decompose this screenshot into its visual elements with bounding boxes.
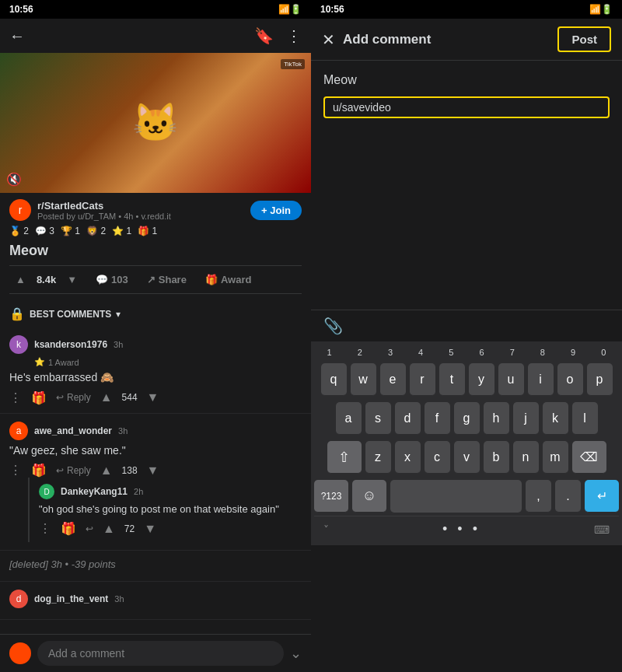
comment-1-award: ⭐ 1 Award [34, 357, 302, 367]
key-y[interactable]: y [469, 363, 494, 396]
collapse-icon[interactable]: ⌄ [290, 645, 302, 662]
key-t[interactable]: t [439, 363, 465, 396]
return-key[interactable]: ↵ [585, 480, 619, 513]
comment-deleted-header: [deleted] 3h • -39 points [9, 558, 302, 570]
delete-key[interactable]: ⌫ [572, 441, 606, 474]
key-v[interactable]: v [454, 441, 480, 474]
more-options-icon[interactable]: ⋮ [286, 26, 302, 45]
key-1[interactable]: 1 [316, 348, 343, 357]
bookmark-icon[interactable]: 🔖 [254, 26, 274, 45]
comment-1-username[interactable]: ksanderson1976 [34, 339, 107, 350]
comment-editor[interactable]: Meow u/savevideo [311, 61, 622, 310]
key-h[interactable]: h [484, 402, 509, 435]
key-u[interactable]: u [498, 363, 524, 396]
deleted-comment-label: [deleted] 3h • -39 points [9, 558, 116, 570]
nested-comment-1-gift-icon[interactable]: 🎁 [61, 521, 76, 536]
shift-key[interactable]: ⇧ [327, 441, 362, 474]
key-q[interactable]: q [321, 363, 347, 396]
key-w[interactable]: w [351, 363, 376, 396]
back-icon[interactable]: ← [9, 27, 25, 45]
key-k[interactable]: k [543, 402, 568, 435]
subreddit-name[interactable]: r/StartledCats [37, 200, 171, 212]
upvote-button[interactable]: ▲ [9, 269, 32, 290]
comment-1-upvote[interactable]: ▲ [100, 390, 113, 404]
key-a[interactable]: a [336, 402, 362, 435]
key-d[interactable]: d [395, 402, 421, 435]
status-icons-right: 📶🔋 [589, 4, 613, 15]
award-button[interactable]: 🎁 Award [199, 269, 258, 290]
nested-comment-1-more-icon[interactable]: ⋮ [39, 521, 51, 536]
key-p[interactable]: p [587, 363, 613, 396]
downvote-button[interactable]: ▼ [61, 269, 83, 290]
comment-4-username[interactable]: dog_in_the_vent [34, 593, 108, 604]
key-3[interactable]: 3 [377, 348, 404, 357]
key-r[interactable]: r [410, 363, 435, 396]
comment-2-more-icon[interactable]: ⋮ [9, 463, 22, 478]
status-bar-right: 10:56 📶🔋 [311, 0, 622, 19]
key-e[interactable]: e [380, 363, 406, 396]
emoji-key[interactable]: ☺ [352, 480, 386, 513]
nested-comment-1-upvote[interactable]: ▲ [103, 522, 115, 536]
comments-area[interactable]: k ksanderson1976 3h ⭐ 1 Award He's embar… [0, 327, 311, 672]
comment-1-gift-icon[interactable]: 🎁 [31, 390, 47, 405]
comment-2-gift-icon[interactable]: 🎁 [31, 463, 47, 478]
key-m[interactable]: m [543, 441, 568, 474]
reply-arrow-icon-2: ↩ [56, 465, 64, 476]
key-s[interactable]: s [365, 402, 391, 435]
video-container[interactable]: 🐱 TikTok 🔇 [0, 53, 311, 193]
comma-key[interactable]: , [526, 480, 551, 513]
nested-comment-1-downvote[interactable]: ▼ [144, 522, 156, 536]
mute-icon[interactable]: 🔇 [6, 172, 22, 187]
nested-comment-1-username[interactable]: DankeyKang11 [61, 486, 128, 497]
comment-1-downvote[interactable]: ▼ [147, 390, 159, 404]
chevron-down-icon[interactable]: ▾ [116, 309, 121, 320]
key-i[interactable]: i [528, 363, 554, 396]
reply-button-2[interactable]: ↩ Reply [56, 465, 91, 476]
award-item-4: 🦁 2 [86, 226, 106, 236]
key-b[interactable]: b [484, 441, 509, 474]
comment-input[interactable]: Add a comment [37, 641, 284, 666]
key-2[interactable]: 2 [347, 348, 373, 357]
key-j[interactable]: j [513, 402, 539, 435]
comment-1-more-icon[interactable]: ⋮ [9, 390, 22, 405]
comment-2-username[interactable]: awe_and_wonder [34, 425, 112, 436]
share-button[interactable]: ↗ Share [141, 269, 193, 290]
key-4[interactable]: 4 [407, 348, 434, 357]
reply-button-1[interactable]: ↩ Reply [56, 392, 91, 403]
key-0[interactable]: 0 [590, 348, 617, 357]
comment-2-downvote[interactable]: ▼ [147, 464, 159, 478]
right-panel: 10:56 📶🔋 ✕ Add comment Post Meow u/savev… [311, 0, 622, 672]
join-button[interactable]: + Join [250, 201, 302, 220]
space-key[interactable] [390, 480, 522, 513]
key-l[interactable]: l [572, 402, 598, 435]
close-button[interactable]: ✕ [322, 30, 335, 49]
username-tag[interactable]: u/savevideo [323, 96, 610, 118]
key-8[interactable]: 8 [529, 348, 556, 357]
post-button[interactable]: Post [557, 26, 611, 52]
comments-button[interactable]: 💬 103 [89, 269, 135, 290]
key-c[interactable]: c [425, 441, 450, 474]
status-bar-left: 10:56 📶🔋 [0, 0, 311, 19]
key-6[interactable]: 6 [469, 348, 495, 357]
key-g[interactable]: g [454, 402, 480, 435]
nested-reply-button[interactable]: ↩ [86, 523, 93, 534]
key-f[interactable]: f [425, 402, 450, 435]
key-9[interactable]: 9 [560, 348, 586, 357]
key-5[interactable]: 5 [438, 348, 464, 357]
keyboard-chevron-down[interactable]: ˅ [323, 523, 329, 536]
subreddit-avatar: r [9, 199, 31, 221]
attachment-icon[interactable]: 📎 [323, 317, 343, 335]
time-left: 10:56 [9, 4, 33, 15]
special-key[interactable]: ?123 [314, 480, 348, 513]
key-7[interactable]: 7 [499, 348, 526, 357]
key-z[interactable]: z [365, 441, 391, 474]
sort-label[interactable]: BEST COMMENTS [30, 309, 111, 320]
vote-count: 8.4k [37, 274, 56, 285]
key-o[interactable]: o [557, 363, 583, 396]
keyboard-switch-icon[interactable]: ⌨ [594, 523, 610, 536]
key-n[interactable]: n [513, 441, 539, 474]
key-x[interactable]: x [395, 441, 421, 474]
comment-2-upvote[interactable]: ▲ [100, 464, 113, 478]
period-key[interactable]: . [555, 480, 581, 513]
nested-comment-1-actions: ⋮ 🎁 ↩ ▲ 72 ▼ [39, 521, 295, 536]
